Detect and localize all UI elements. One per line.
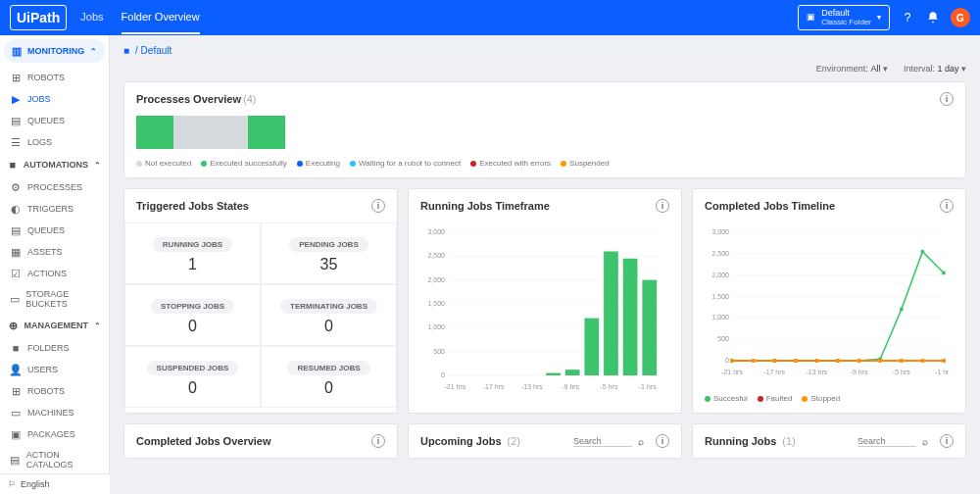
sidebar-item-triggers[interactable]: ◐TRIGGERS	[0, 198, 109, 220]
sidebar-section-automations[interactable]: ■ AUTOMATIONS⌃	[0, 153, 109, 176]
running-timeframe-card: Running Jobs Timeframei 05001,0001,5002,…	[408, 188, 682, 414]
svg-point-65	[794, 359, 798, 363]
search-input[interactable]	[573, 436, 632, 447]
breadcrumb[interactable]: ■ / Default	[123, 45, 966, 56]
info-icon[interactable]: i	[371, 199, 385, 213]
card-title: Processes Overview	[136, 93, 241, 105]
sidebar-item-users[interactable]: 👤USERS	[0, 359, 109, 380]
svg-point-69	[878, 359, 882, 363]
sidebar-item-logs[interactable]: ☰LOGS	[0, 131, 109, 153]
processes-overview-card: Processes Overview (4) i Not executedExe…	[123, 81, 966, 178]
play-icon: ▶	[10, 93, 22, 105]
svg-text:3,000: 3,000	[711, 228, 729, 235]
search-input[interactable]	[858, 436, 916, 447]
svg-point-72	[942, 359, 946, 363]
svg-text:1,500: 1,500	[711, 293, 729, 300]
svg-text:3,000: 3,000	[427, 228, 445, 235]
sidebar-section-monitoring[interactable]: ▥ MONITORING⌃	[4, 39, 105, 63]
svg-text:-17 hrs: -17 hrs	[483, 383, 505, 390]
svg-point-63	[752, 359, 756, 363]
stat-cell: RUNNING JOBS1	[124, 222, 261, 284]
svg-text:-9 hrs: -9 hrs	[851, 369, 868, 375]
stat-cell: SUSPENDED JOBS0	[124, 346, 261, 408]
running-jobs-card: Running Jobs (1) ⌕ i	[692, 423, 966, 459]
help-icon[interactable]: ?	[900, 10, 915, 25]
robot-icon: ⊞	[10, 72, 22, 83]
timeline-legend: SuccesfulFaultedStopped	[693, 390, 965, 413]
svg-text:500: 500	[433, 348, 445, 355]
package-icon: ▣	[10, 428, 22, 440]
tab-folder-overview[interactable]: Folder Overview	[122, 1, 200, 34]
robot-icon: ⊞	[10, 385, 22, 397]
chevron-down-icon: ▾	[961, 64, 966, 74]
search-icon[interactable]: ⌕	[922, 436, 928, 447]
sidebar-item-storage[interactable]: ▭STORAGE BUCKETS	[0, 284, 109, 314]
search-icon[interactable]: ⌕	[638, 436, 644, 447]
environment-filter[interactable]: Environment: All ▾	[816, 64, 888, 74]
sidebar-item-folders[interactable]: ■FOLDERS	[0, 337, 109, 359]
language-selector[interactable]: ⚐ English	[0, 473, 110, 494]
card-title: Running Jobs	[705, 435, 776, 447]
svg-text:-21 hrs: -21 hrs	[721, 369, 743, 375]
info-icon[interactable]: i	[656, 434, 669, 448]
avatar[interactable]: G	[951, 8, 970, 27]
info-icon[interactable]: i	[940, 92, 954, 106]
folder-icon: ■	[10, 342, 22, 354]
bar-chart: 05001,0001,5002,0002,5003,000-21 hrs-17 …	[420, 226, 665, 393]
logo: UiPath	[10, 5, 67, 30]
svg-text:-17 hrs: -17 hrs	[763, 369, 785, 375]
globe-icon: ⊕	[8, 320, 19, 331]
svg-point-66	[814, 359, 818, 363]
sidebar-item-actions[interactable]: ☑ACTIONS	[0, 263, 109, 284]
processes-bar	[124, 116, 965, 155]
svg-text:0: 0	[725, 357, 729, 364]
folder-icon: ■	[8, 159, 18, 171]
sidebar-item-queues[interactable]: ▤QUEUES	[0, 110, 109, 131]
folder-icon: ▣	[807, 13, 815, 23]
chevron-down-icon: ▾	[877, 14, 881, 23]
sidebar-item-packages[interactable]: ▣PACKAGES	[0, 423, 109, 445]
completed-timeline-card: Completed Jobs Timelinei 05001,0001,5002…	[692, 188, 966, 414]
svg-text:2,000: 2,000	[711, 272, 729, 278]
triggered-jobs-card: Triggered Jobs Statesi RUNNING JOBS1PEND…	[123, 188, 398, 414]
sidebar-section-management[interactable]: ⊕ MANAGEMENT⌃	[0, 314, 109, 337]
svg-text:-1 hrs: -1 hrs	[935, 369, 950, 375]
svg-text:-9 hrs: -9 hrs	[562, 383, 579, 390]
stat-cell: TERMINATING JOBS0	[261, 284, 397, 346]
sidebar-item-jobs[interactable]: ▶JOBS	[0, 88, 109, 110]
monitor-icon: ▥	[12, 45, 22, 57]
completed-overview-card: Completed Jobs Overview i	[123, 423, 398, 459]
sidebar-item-catalogs[interactable]: ▤ACTION CATALOGS	[0, 445, 109, 474]
info-icon[interactable]: i	[371, 434, 385, 448]
check-icon: ☑	[10, 268, 22, 279]
top-tabs: Jobs Folder Overview	[80, 1, 199, 34]
info-icon[interactable]: i	[940, 434, 954, 448]
folder-select-button[interactable]: ▣ Default Classic Folder ▾	[798, 5, 890, 31]
card-title: Completed Jobs Timeline	[705, 200, 835, 212]
sidebar-item-robots2[interactable]: ⊞ROBOTS	[0, 380, 109, 402]
info-icon[interactable]: i	[940, 199, 954, 213]
stat-cell: RESUMED JOBS0	[261, 346, 397, 408]
svg-rect-16	[584, 319, 599, 375]
svg-text:-1 hrs: -1 hrs	[639, 383, 657, 390]
catalog-icon: ▤	[10, 454, 21, 466]
svg-text:-13 hrs: -13 hrs	[807, 369, 828, 375]
svg-text:2,000: 2,000	[427, 276, 445, 283]
bolt-icon: ◐	[10, 203, 22, 215]
flag-icon: ⚐	[8, 479, 16, 489]
filters: Environment: All ▾ Interval: 1 day ▾	[123, 64, 966, 74]
info-icon[interactable]: i	[656, 199, 669, 213]
svg-text:1,000: 1,000	[427, 323, 445, 330]
sidebar-item-processes[interactable]: ⚙PROCESSES	[0, 176, 109, 198]
svg-text:-5 hrs: -5 hrs	[601, 383, 618, 390]
sidebar-item-queues2[interactable]: ▤QUEUES	[0, 220, 109, 241]
card-title: Triggered Jobs States	[136, 200, 249, 212]
svg-point-62	[730, 359, 734, 363]
bell-icon[interactable]	[925, 10, 941, 25]
sidebar-item-assets[interactable]: ▦ASSETS	[0, 241, 109, 263]
tab-jobs[interactable]: Jobs	[80, 1, 103, 34]
sidebar-item-robots[interactable]: ⊞ROBOTS	[0, 67, 109, 88]
svg-point-67	[836, 359, 840, 363]
interval-filter[interactable]: Interval: 1 day ▾	[904, 64, 966, 74]
sidebar-item-machines[interactable]: ▭MACHINES	[0, 402, 109, 423]
